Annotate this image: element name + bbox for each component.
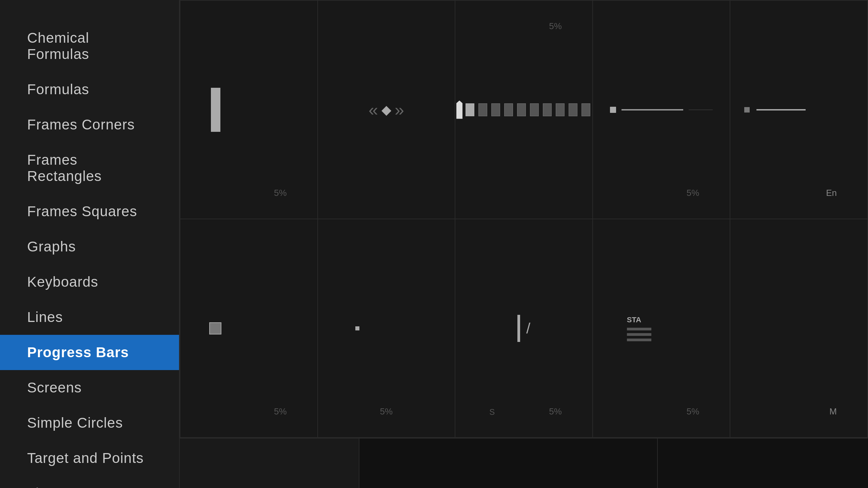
ammo-seg-6: [530, 103, 539, 116]
sidebar-item-formulas[interactable]: Formulas: [0, 72, 179, 107]
bottom-left: [180, 439, 359, 488]
lang-progress-row: [744, 107, 854, 113]
pct-label-r1c1: 5%: [274, 188, 287, 198]
double-left-arrow-icon: «: [369, 100, 378, 120]
sidebar-item-target-and-points[interactable]: Target and Points: [0, 441, 179, 476]
cell-content-r1c2: « ◆ »: [318, 1, 455, 219]
ammo-seg-9: [569, 103, 577, 116]
ammo-seg-7: [543, 103, 552, 116]
sidebar: Chemical Formulas Formulas Frames Corner…: [0, 0, 180, 488]
sidebar-item-frames-corners[interactable]: Frames Corners: [0, 107, 179, 142]
cell-content-r1c1: 5%: [180, 1, 317, 219]
lang-bar-filled: [756, 109, 806, 110]
grid-cell-r2c2: 5%: [318, 219, 456, 438]
main-area: Chemical Formulas Formulas Frames Corner…: [0, 0, 868, 488]
sidebar-item-timers[interactable]: Timers: [0, 476, 179, 488]
bottom-far-right: [658, 439, 868, 488]
cell-content-r1c5: En: [730, 1, 867, 219]
sidebar-item-frames-squares[interactable]: Frames Squares: [0, 194, 179, 229]
cell-content-r1c3: 5%: [455, 1, 592, 219]
sidebar-item-keyboards[interactable]: Keyboards: [0, 264, 179, 300]
stat-bar-1: [627, 328, 651, 330]
grid-cell-r1c2: « ◆ »: [318, 1, 456, 219]
grid-cell-r2c1: 5%: [180, 219, 318, 438]
sidebar-item-simple-circles[interactable]: Simple Circles: [0, 405, 179, 441]
pct-label-r1c4: 5%: [687, 188, 699, 198]
ammo-seg-8: [556, 103, 565, 116]
ammo-seg-5: [517, 103, 526, 116]
grid-cell-r1c4: 5%: [593, 1, 731, 219]
bullet-icon: [456, 101, 462, 119]
bottom-right: [359, 439, 658, 488]
vert-tick-r2c3: [517, 315, 520, 342]
ammo-seg-10: [581, 103, 590, 116]
sidebar-item-chemical-formulas[interactable]: Chemical Formulas: [0, 20, 179, 72]
cell-content-r2c5: M: [730, 219, 867, 437]
grid-cell-r1c1: 5%: [180, 1, 318, 219]
stat-row-1: STA: [627, 316, 651, 324]
stat-bar-3: [627, 339, 651, 341]
lang-icon: [744, 107, 750, 113]
ammo-container: [456, 101, 591, 119]
cell-content-r2c2: 5%: [318, 219, 455, 437]
sidebar-item-screens[interactable]: Screens: [0, 370, 179, 405]
ammo-seg-1: [466, 103, 474, 116]
sidebar-item-lines[interactable]: Lines: [0, 300, 179, 335]
stats-box-r2c4: STA: [627, 316, 651, 341]
progress-filled: [622, 109, 683, 110]
pct-label-r2c3: 5%: [549, 406, 562, 417]
stat-bar-2: [627, 333, 651, 336]
slash-r2c3: /: [526, 320, 530, 337]
s-label-r2c3: S: [489, 407, 495, 417]
grid-cell-r2c3: / S 5%: [455, 219, 593, 438]
grid-cell-r2c5: M: [730, 219, 868, 438]
ammo-seg-4: [504, 103, 513, 116]
grid-cell-r2c4: STA 5%: [593, 219, 731, 438]
pct-label-r2c2: 5%: [380, 406, 393, 417]
progress-empty: [689, 109, 713, 110]
sidebar-item-graphs[interactable]: Graphs: [0, 229, 179, 264]
sta-label: STA: [627, 316, 641, 324]
cell-content-r2c4: STA 5%: [593, 219, 730, 437]
content-area: 5% « ◆ » 5%: [180, 0, 868, 488]
grid-cell-r1c3: 5%: [455, 1, 593, 219]
dot-r2c2: [355, 326, 359, 330]
app-root: Chemical Formulas Formulas Frames Corner…: [0, 0, 868, 488]
lang-label-r1c5: En: [826, 188, 837, 198]
ammo-seg-2: [478, 103, 487, 116]
center-dot-nav: ◆: [381, 102, 391, 117]
pct-label-r2c1: 5%: [274, 406, 287, 417]
sidebar-item-frames-rectangles[interactable]: Frames Rectangles: [0, 142, 179, 194]
ammo-seg-3: [491, 103, 500, 116]
weapon-row-r2c3: /: [517, 315, 530, 342]
vertical-bar-r1c1: [211, 88, 220, 132]
line-progress-icon: [610, 107, 616, 113]
pct-label-r1c3: 5%: [549, 21, 562, 32]
nav-arrows: « ◆ »: [369, 100, 404, 120]
line-progress-row: [610, 107, 713, 113]
cell-content-r1c4: 5%: [593, 1, 730, 219]
pct-label-r2c4: 5%: [687, 406, 699, 417]
small-square-r2c1: [209, 322, 221, 334]
bottom-section: [180, 438, 868, 488]
grid-cell-r1c5: En: [730, 1, 868, 219]
cell-content-r2c3: / S 5%: [455, 219, 592, 437]
grid-container: 5% « ◆ » 5%: [180, 0, 868, 438]
sidebar-item-progress-bars[interactable]: Progress Bars: [0, 335, 179, 370]
pct-label-r2c5: M: [829, 406, 837, 417]
double-right-arrow-icon: »: [395, 100, 404, 120]
cell-content-r2c1: 5%: [180, 219, 317, 437]
